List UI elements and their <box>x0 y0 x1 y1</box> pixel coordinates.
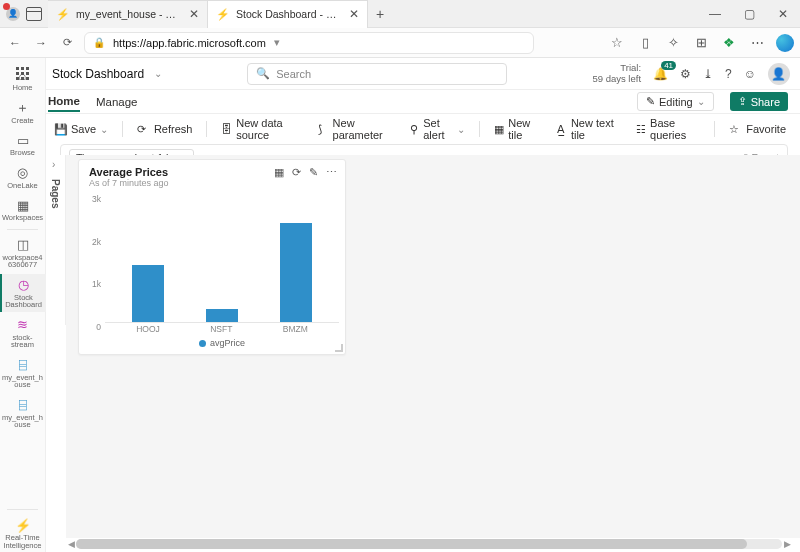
url-host: https://app.fabric.microsoft.com <box>113 37 266 49</box>
rail-workspaces[interactable]: ▦Workspaces <box>0 194 46 225</box>
dashboard-title[interactable]: Stock Dashboard <box>52 67 144 81</box>
close-icon[interactable]: ✕ <box>349 7 359 21</box>
forward-button[interactable]: → <box>32 36 50 50</box>
app-topbar: Stock Dashboard ⌄ 🔍 Search Trial: 59 day… <box>0 58 800 90</box>
tab-manage[interactable]: Manage <box>96 93 138 111</box>
settings-icon[interactable]: ⚙ <box>680 67 691 81</box>
bar-hooj <box>132 265 164 322</box>
app-launcher-icon[interactable] <box>16 67 30 81</box>
bolt-icon: ⚡ <box>216 8 230 21</box>
chart-legend: avgPrice <box>105 334 339 350</box>
collections-icon[interactable]: ✧ <box>664 35 682 50</box>
scroll-right-icon[interactable]: ▶ <box>782 539 792 549</box>
browser-tab-1[interactable]: ⚡ Stock Dashboard - Real-Time Inte ✕ <box>208 0 368 28</box>
tile-average-prices[interactable]: Average Prices As of 7 minutes ago ▦ ⟳ ✎… <box>78 159 346 355</box>
rail-stock-stream[interactable]: ≋stock-stream <box>0 314 46 352</box>
refresh-button[interactable]: ⟳Refresh <box>131 121 199 138</box>
save-button[interactable]: 💾Save⌄ <box>48 121 114 138</box>
datasource-icon: 🗄 <box>221 123 232 136</box>
resize-handle[interactable] <box>335 344 343 352</box>
editing-mode-button[interactable]: ✎Editing⌄ <box>637 92 714 111</box>
stream-icon: ≋ <box>15 317 31 333</box>
new-text-tile-button[interactable]: A̲New text tile <box>551 115 624 143</box>
rail-eventhouse-1[interactable]: ⌸my_event_house <box>0 354 46 392</box>
avatar[interactable]: 👤 <box>768 63 790 85</box>
download-icon[interactable]: ⤓ <box>703 67 713 81</box>
canvas-hscrollbar[interactable]: ◀ ▶ <box>66 538 792 550</box>
rail-create[interactable]: ＋Create <box>0 97 46 128</box>
more-icon[interactable]: ⋯ <box>748 35 766 50</box>
recording-indicator <box>3 3 10 10</box>
app-leftrail: ⌂Home ＋Create ▭Browse ◎OneLake ▦Workspac… <box>0 58 46 552</box>
close-icon[interactable]: ✕ <box>189 7 199 21</box>
chevron-down-icon: ⌄ <box>697 96 705 107</box>
db-icon: ⌸ <box>15 357 31 373</box>
rail-browse[interactable]: ▭Browse <box>0 129 46 160</box>
bolt-icon: ⚡ <box>15 517 31 533</box>
browser-tab-0[interactable]: ⚡ my_event_house - Real-Time Inte ✕ <box>48 0 208 28</box>
reload-button[interactable]: ⟳ <box>58 36 76 49</box>
pages-panel-handle[interactable]: › Pages <box>48 155 66 325</box>
search-input[interactable]: 🔍 Search <box>247 63 507 85</box>
url-field[interactable]: 🔒 https://app.fabric.microsoft.com ▾ <box>84 32 534 54</box>
rail-stock-dashboard[interactable]: ◷Stock Dashboard <box>0 274 46 312</box>
bolt-icon: ⚡ <box>56 8 70 21</box>
grid-icon: ▦ <box>15 197 31 213</box>
tab-title: Stock Dashboard - Real-Time Inte <box>236 8 343 20</box>
folder-icon: ▭ <box>15 132 31 148</box>
new-parameter-button[interactable]: ⟆New parameter <box>312 115 397 143</box>
scroll-left-icon[interactable]: ◀ <box>66 539 76 549</box>
help-icon[interactable]: ? <box>725 67 732 81</box>
lake-icon: ◎ <box>15 165 31 181</box>
chevron-right-icon: › <box>52 159 55 170</box>
dashboard-canvas[interactable]: Average Prices As of 7 minutes ago ▦ ⟳ ✎… <box>66 155 800 538</box>
y-axis: 3k 2k 1k 0 <box>89 190 105 350</box>
rail-rti[interactable]: ⚡Real-Time Intelligence <box>0 514 46 552</box>
search-placeholder: Search <box>276 68 311 80</box>
rail-eventhouse-2[interactable]: ⌸my_event_house <box>0 394 46 432</box>
set-alert-button[interactable]: ⚲Set alert⌄ <box>404 115 472 143</box>
gauge-icon: ◷ <box>16 277 32 293</box>
reader-icon[interactable]: ▯ <box>636 35 654 50</box>
star-icon[interactable]: ☆ <box>608 35 626 50</box>
favorite-button[interactable]: ☆Favorite <box>723 121 792 138</box>
bar-nsft <box>206 309 238 322</box>
tile-more-icon[interactable]: ⋯ <box>326 166 337 179</box>
taskview-icon[interactable] <box>26 7 42 21</box>
tile-edit-icon[interactable]: ✎ <box>309 166 318 179</box>
maximize-button[interactable]: ▢ <box>732 0 766 28</box>
feedback-icon[interactable]: ☺ <box>744 67 756 81</box>
bar-bmzm <box>280 223 312 322</box>
extensions-icon[interactable]: ⊞ <box>692 35 710 50</box>
refresh-icon: ⟳ <box>137 123 150 136</box>
tile-icon: ▦ <box>494 123 504 136</box>
star-icon: ☆ <box>729 123 742 136</box>
queries-icon: ☷ <box>636 123 646 136</box>
notifications-button[interactable]: 🔔41 <box>653 67 668 81</box>
tile-subtitle: As of 7 minutes ago <box>89 178 169 188</box>
x-axis: HOOJ NSFT BMZM <box>105 323 339 334</box>
alert-icon: ⚲ <box>410 123 420 136</box>
search-icon: 🔍 <box>256 67 270 80</box>
new-data-source-button[interactable]: 🗄New data source <box>215 115 306 143</box>
plus-icon: ＋ <box>15 100 31 116</box>
url-suffix: ▾ <box>274 36 280 49</box>
new-tile-button[interactable]: ▦New tile <box>488 115 545 143</box>
close-window-button[interactable]: ✕ <box>766 0 800 28</box>
tile-table-icon[interactable]: ▦ <box>274 166 284 179</box>
bars <box>105 190 339 323</box>
tile-title: Average Prices <box>89 166 169 178</box>
rail-onelake[interactable]: ◎OneLake <box>0 162 46 193</box>
tile-refresh-icon[interactable]: ⟳ <box>292 166 301 179</box>
base-queries-button[interactable]: ☷Base queries <box>630 115 707 143</box>
puzzle-icon[interactable]: ❖ <box>720 35 738 50</box>
share-button[interactable]: ⇪Share <box>730 92 788 111</box>
pages-label: Pages <box>50 179 61 208</box>
chevron-down-icon[interactable]: ⌄ <box>154 68 162 79</box>
copilot-icon[interactable] <box>776 34 794 52</box>
minimize-button[interactable]: — <box>698 0 732 28</box>
tab-home[interactable]: Home <box>48 92 80 112</box>
rail-workspace[interactable]: ◫workspace46360677 <box>0 234 46 272</box>
back-button[interactable]: ← <box>6 36 24 50</box>
new-tab-button[interactable]: + <box>368 6 392 22</box>
